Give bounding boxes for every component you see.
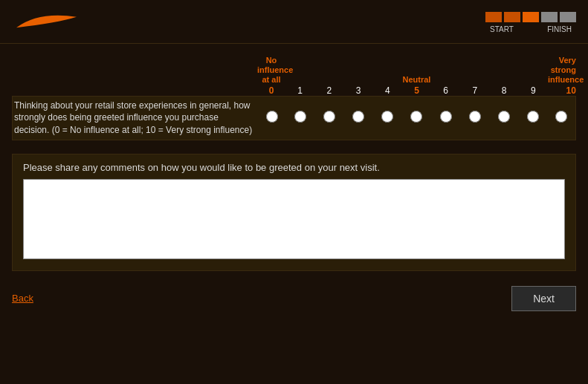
- radio-9[interactable]: [518, 96, 547, 140]
- comments-textarea[interactable]: [23, 179, 565, 259]
- radio-input-4[interactable]: [381, 111, 393, 123]
- num-2: 2: [314, 85, 343, 96]
- main-content: No influence at all Neutral: [0, 56, 588, 279]
- num-5: 5: [402, 85, 431, 96]
- radio-6[interactable]: [431, 96, 460, 140]
- num-10: 10: [548, 85, 576, 96]
- radio-8[interactable]: [489, 96, 518, 140]
- radio-1[interactable]: [286, 96, 315, 140]
- radio-0[interactable]: [258, 96, 286, 140]
- num-8: 8: [490, 85, 519, 96]
- radio-10[interactable]: [548, 96, 576, 140]
- radio-5[interactable]: [402, 96, 431, 140]
- progress-area: START FINISH: [485, 12, 576, 33]
- radio-4[interactable]: [373, 96, 402, 140]
- num-9: 9: [519, 85, 548, 96]
- num-6: 6: [431, 85, 460, 96]
- radio-input-5[interactable]: [410, 111, 422, 123]
- progress-segment-1: [485, 12, 502, 22]
- progress-labels: START FINISH: [490, 25, 572, 33]
- progress-bar: [485, 12, 576, 22]
- question-text: Thinking about your retail store experie…: [14, 100, 252, 136]
- very-strong-label: Very strong influence: [548, 56, 576, 85]
- radio-input-6[interactable]: [440, 111, 452, 123]
- radio-input-7[interactable]: [469, 111, 481, 123]
- rating-row: Thinking about your retail store experie…: [13, 96, 576, 140]
- scale-numbers: 0 1 2 3 4 5 6 7 8 9 10: [257, 85, 576, 96]
- radio-input-9[interactable]: [527, 111, 539, 123]
- next-button[interactable]: Next: [511, 286, 576, 311]
- rating-section: No influence at all Neutral: [12, 56, 576, 140]
- radio-input-0[interactable]: [266, 111, 278, 123]
- number-row: 0 1 2 3 4 5 6 7 8 9 10: [12, 85, 576, 96]
- num-3: 3: [343, 85, 372, 96]
- radio-input-1[interactable]: [294, 111, 306, 123]
- radio-input-3[interactable]: [352, 111, 364, 123]
- no-influence-label: No influence at all: [257, 56, 285, 85]
- navigation: Back Next: [0, 279, 588, 311]
- progress-segment-5: [560, 12, 576, 22]
- radio-input-8[interactable]: [498, 111, 510, 123]
- progress-segment-4: [541, 12, 558, 22]
- num-0: 0: [257, 85, 285, 96]
- back-button[interactable]: Back: [12, 293, 33, 304]
- radio-input-2[interactable]: [323, 111, 335, 123]
- question-cell: Thinking about your retail store experie…: [13, 96, 258, 140]
- radio-2[interactable]: [315, 96, 344, 140]
- finish-label: FINISH: [547, 25, 572, 33]
- start-label: START: [490, 25, 514, 33]
- radio-input-10[interactable]: [555, 111, 567, 123]
- neutral-label: Neutral: [402, 75, 431, 85]
- progress-segment-3: [523, 12, 539, 22]
- nike-logo: [12, 7, 79, 37]
- num-7: 7: [460, 85, 489, 96]
- progress-segment-2: [504, 12, 520, 22]
- comments-label: Please share any comments on how you wou…: [23, 162, 565, 173]
- radio-7[interactable]: [460, 96, 489, 140]
- num-1: 1: [285, 85, 314, 96]
- header: START FINISH: [0, 0, 588, 44]
- radio-3[interactable]: [344, 96, 373, 140]
- scale-headers: No influence at all Neutral: [257, 56, 576, 85]
- rating-table: Thinking about your retail store experie…: [12, 96, 576, 140]
- comments-section: Please share any comments on how you wou…: [12, 154, 576, 271]
- num-4: 4: [373, 85, 402, 96]
